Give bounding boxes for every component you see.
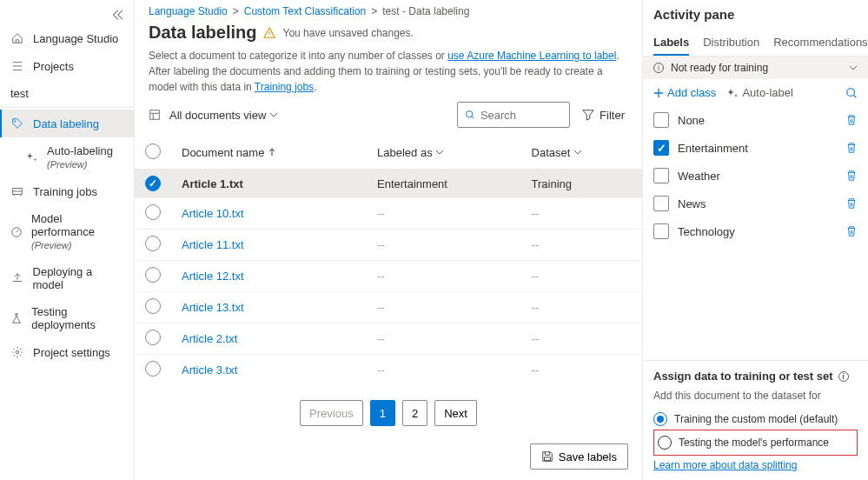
sparkle-icon bbox=[26, 150, 38, 164]
label-row-news[interactable]: News bbox=[653, 190, 858, 217]
label-checkbox[interactable] bbox=[653, 223, 669, 239]
table-row[interactable]: Article 2.txt---- bbox=[135, 323, 642, 355]
table-row[interactable]: Article 1.txtEntertainmentTraining bbox=[135, 170, 642, 198]
view-dropdown[interactable]: All documents view bbox=[169, 109, 278, 122]
row-select-radio[interactable] bbox=[145, 330, 161, 345]
sidebar-item-deploying-a-model[interactable]: Deploying a model bbox=[0, 258, 134, 298]
search-input[interactable] bbox=[480, 109, 562, 122]
sidebar-item-data-labeling[interactable]: Data labeling bbox=[0, 110, 134, 137]
pager-page-button[interactable]: 2 bbox=[402, 400, 427, 426]
delete-label-button[interactable] bbox=[845, 170, 858, 182]
training-jobs-link[interactable]: Training jobs bbox=[255, 81, 314, 93]
label-checkbox[interactable] bbox=[653, 196, 669, 211]
dataset-cell: Training bbox=[521, 170, 642, 198]
learn-more-link[interactable]: Learn more about data splitting bbox=[653, 459, 797, 471]
document-link[interactable]: Article 11.txt bbox=[182, 238, 244, 251]
assign-description: Add this document to the dataset for bbox=[653, 390, 858, 402]
delete-label-button[interactable] bbox=[845, 225, 858, 237]
table-row[interactable]: Article 13.txt---- bbox=[135, 292, 642, 323]
search-input-wrapper[interactable] bbox=[457, 102, 570, 128]
sidebar-item-model-performance[interactable]: Model performance (Preview) bbox=[0, 205, 134, 258]
dataset-cell: -- bbox=[521, 198, 642, 230]
label-name: None bbox=[678, 114, 837, 127]
breadcrumb-item[interactable]: Custom Text Classification bbox=[244, 5, 367, 17]
nav-label: Language Studio bbox=[33, 32, 118, 45]
nav-label: Project settings bbox=[33, 346, 110, 359]
labeled-as-cell: -- bbox=[367, 355, 521, 383]
auto-label-button[interactable]: Auto-label bbox=[728, 86, 793, 99]
label-row-none[interactable]: None bbox=[653, 106, 858, 134]
row-select-radio[interactable] bbox=[145, 204, 161, 220]
dataset-cell: -- bbox=[521, 230, 642, 261]
labeled-as-cell: Entertainment bbox=[367, 170, 521, 198]
column-header-document[interactable]: Document name bbox=[171, 137, 367, 170]
sidebar-item-training-jobs[interactable]: Training jobs bbox=[0, 177, 134, 205]
documents-table: Document name Labeled as Dataset Article… bbox=[135, 137, 642, 383]
label-row-weather[interactable]: Weather bbox=[653, 162, 858, 190]
tab-recommendations[interactable]: Recommendations bbox=[773, 30, 867, 56]
document-link[interactable]: Article 3.txt bbox=[182, 363, 237, 377]
deploy-icon bbox=[10, 271, 24, 285]
document-link[interactable]: Article 2.txt bbox=[182, 332, 237, 345]
table-row[interactable]: Article 3.txt---- bbox=[135, 355, 642, 383]
label-row-entertainment[interactable]: Entertainment bbox=[653, 134, 858, 162]
column-header-dataset[interactable]: Dataset bbox=[521, 137, 642, 170]
sidebar-item-testing-deployments[interactable]: Testing deployments bbox=[0, 298, 134, 338]
table-row[interactable]: Article 10.txt---- bbox=[135, 198, 642, 230]
label-name: Entertainment bbox=[678, 142, 837, 155]
pager-page-button[interactable]: 1 bbox=[370, 400, 395, 426]
table-row[interactable]: Article 11.txt---- bbox=[135, 230, 642, 261]
sidebar-item-language-studio[interactable]: Language Studio bbox=[0, 24, 134, 52]
document-link[interactable]: Article 13.txt bbox=[182, 301, 244, 314]
tab-labels[interactable]: Labels bbox=[653, 30, 689, 56]
row-select-radio[interactable] bbox=[145, 267, 161, 283]
label-row-technology[interactable]: Technology bbox=[653, 217, 858, 245]
tab-distribution[interactable]: Distribution bbox=[703, 30, 759, 56]
assign-section: Assign data to training or test set i Ad… bbox=[643, 360, 868, 480]
save-labels-button[interactable]: Save labels bbox=[530, 443, 628, 470]
assign-training-option[interactable]: Training the custom model (default) bbox=[653, 409, 858, 430]
document-link[interactable]: Article 12.txt bbox=[182, 270, 244, 283]
row-select-radio[interactable] bbox=[145, 361, 161, 377]
document-link[interactable]: Article 1.txt bbox=[182, 177, 243, 190]
main-content: Language Studio>Custom Text Classificati… bbox=[135, 0, 642, 480]
column-header-labeled[interactable]: Labeled as bbox=[367, 137, 521, 170]
labeled-as-cell: -- bbox=[367, 198, 521, 230]
nav-label: Training jobs bbox=[33, 185, 97, 198]
sidebar-item-project-settings[interactable]: Project settings bbox=[0, 338, 134, 366]
use-aml-link[interactable]: use Azure Machine Learning to label bbox=[447, 50, 616, 62]
svg-rect-4 bbox=[150, 110, 160, 120]
gear-icon bbox=[10, 345, 24, 359]
collapse-sidebar-button[interactable] bbox=[101, 5, 134, 24]
delete-label-button[interactable] bbox=[845, 142, 858, 154]
sidebar-item-auto-labeling[interactable]: Auto-labeling (Preview) bbox=[0, 137, 134, 177]
table-row[interactable]: Article 12.txt---- bbox=[135, 261, 642, 292]
filter-button[interactable]: Filter bbox=[579, 109, 628, 122]
row-select-radio[interactable] bbox=[145, 298, 161, 314]
dataset-cell: -- bbox=[521, 261, 642, 292]
sidebar-item-projects[interactable]: Projects bbox=[0, 52, 134, 80]
pane-title: Activity pane bbox=[643, 0, 868, 30]
sparkle-icon bbox=[728, 88, 739, 98]
delete-label-button[interactable] bbox=[845, 197, 858, 210]
select-all-radio[interactable] bbox=[145, 143, 161, 159]
breadcrumb-item[interactable]: Language Studio bbox=[149, 5, 228, 17]
labeled-as-cell: -- bbox=[367, 323, 521, 355]
breadcrumb-item: test - Data labeling bbox=[382, 5, 469, 17]
labels-search-button[interactable] bbox=[845, 87, 858, 99]
pager-prev-button[interactable]: Previous bbox=[300, 400, 363, 426]
assign-testing-option[interactable]: Testing the model's performance bbox=[658, 432, 853, 453]
row-select-radio[interactable] bbox=[145, 176, 161, 191]
training-status-bar[interactable]: i Not ready for training bbox=[643, 57, 868, 79]
delete-label-button[interactable] bbox=[845, 114, 858, 126]
label-checkbox[interactable] bbox=[653, 140, 669, 156]
row-select-radio[interactable] bbox=[145, 236, 161, 251]
label-checkbox[interactable] bbox=[653, 112, 669, 128]
add-class-button[interactable]: Add class bbox=[653, 86, 716, 99]
label-checkbox[interactable] bbox=[653, 168, 669, 183]
pane-tabs: LabelsDistributionRecommendations⋯ bbox=[643, 30, 868, 57]
unsaved-changes-text: You have unsaved changes. bbox=[282, 27, 413, 39]
document-link[interactable]: Article 10.txt bbox=[182, 207, 244, 220]
pager-next-button[interactable]: Next bbox=[434, 400, 477, 426]
labeled-as-cell: -- bbox=[367, 230, 521, 261]
